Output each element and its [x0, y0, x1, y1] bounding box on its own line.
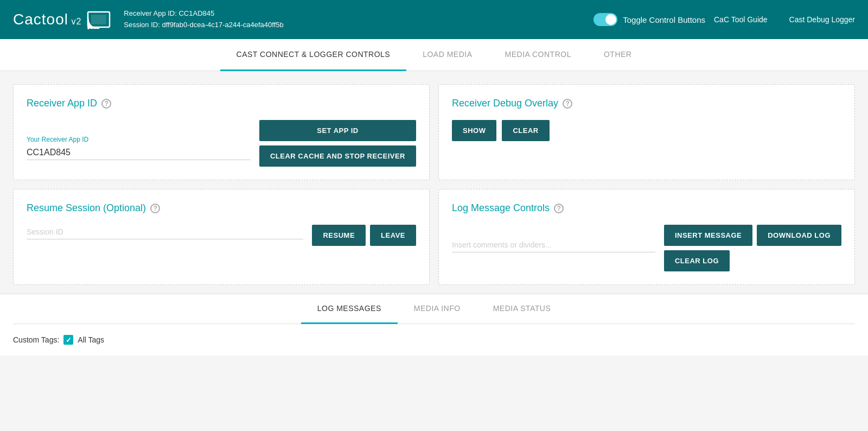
session-id-info: Session ID: dff9fab0-dcea-4c17-a244-ca4e… — [124, 20, 576, 31]
tab-cast-connect[interactable]: CAST CONNECT & LOGGER CONTROLS — [220, 39, 407, 71]
app-logo: Cactool v2 — [13, 10, 111, 29]
log-navigation: LOG MESSAGES MEDIA INFO MEDIA STATUS — [13, 294, 855, 324]
logo-version: v2 — [68, 17, 81, 26]
receiver-app-id-buttons: SET APP ID CLEAR CACHE AND STOP RECEIVER — [259, 120, 416, 167]
toggle-section[interactable]: Toggle Control Buttons — [593, 13, 705, 26]
receiver-app-id-input[interactable] — [27, 145, 251, 160]
log-section: LOG MESSAGES MEDIA INFO MEDIA STATUS Cus… — [0, 294, 868, 356]
download-log-button[interactable]: DOWNLOAD LOG — [757, 225, 841, 246]
resume-session-buttons: RESUME LEAVE — [312, 225, 416, 246]
clear-overlay-button[interactable]: CLEAR — [502, 120, 549, 141]
cast-icon — [87, 10, 111, 29]
resume-button[interactable]: RESUME — [312, 225, 366, 246]
receiver-app-id-input-label: Your Receiver App ID — [27, 136, 251, 143]
show-overlay-button[interactable]: SHOW — [452, 120, 496, 141]
log-controls-body: INSERT MESSAGE DOWNLOAD LOG CLEAR LOG — [452, 225, 841, 271]
custom-tags-label: Custom Tags: — [13, 335, 59, 344]
clear-cache-button[interactable]: CLEAR CACHE AND STOP RECEIVER — [259, 145, 416, 167]
log-message-controls-card: Log Message Controls ? INSERT MESSAGE DO… — [438, 189, 855, 285]
receiver-debug-help-icon[interactable]: ? — [563, 99, 572, 109]
overlay-buttons: SHOW CLEAR — [452, 120, 841, 141]
logo-name: Cactool v2 — [13, 11, 81, 28]
tab-media-control[interactable]: MEDIA CONTROL — [489, 39, 588, 71]
tab-load-media[interactable]: LOAD MEDIA — [406, 39, 488, 71]
custom-tags-section: Custom Tags: All Tags — [13, 335, 855, 345]
tab-other[interactable]: OTHER — [588, 39, 648, 71]
receiver-app-id-card: Receiver App ID ? Your Receiver App ID S… — [13, 84, 430, 180]
resume-session-body: RESUME LEAVE — [27, 225, 416, 246]
app-header: Cactool v2 Receiver App ID: CC1AD845 Ses… — [0, 0, 868, 39]
cast-debug-logger-link[interactable]: Cast Debug Logger — [789, 15, 855, 24]
all-tags-label: All Tags — [78, 335, 104, 344]
receiver-app-id-title: Receiver App ID ? — [27, 98, 416, 109]
receiver-app-id-input-area: Your Receiver App ID — [27, 136, 251, 167]
cac-tool-guide-link[interactable]: CaC Tool Guide — [714, 15, 768, 24]
tab-media-info[interactable]: MEDIA INFO — [398, 294, 477, 324]
receiver-debug-title: Receiver Debug Overlay ? — [452, 98, 841, 109]
toggle-label: Toggle Control Buttons — [623, 15, 705, 24]
leave-button[interactable]: LEAVE — [370, 225, 416, 246]
card-grid: Receiver App ID ? Your Receiver App ID S… — [13, 84, 855, 285]
header-links: CaC Tool Guide Cast Debug Logger — [714, 15, 855, 24]
log-message-controls-help-icon[interactable]: ? — [554, 204, 564, 213]
tab-media-status[interactable]: MEDIA STATUS — [477, 294, 567, 324]
session-id-input[interactable] — [27, 225, 303, 239]
resume-session-card: Resume Session (Optional) ? RESUME LEAVE — [13, 189, 430, 285]
header-session-info: Receiver App ID: CC1AD845 Session ID: df… — [124, 8, 576, 31]
svg-point-2 — [87, 27, 90, 29]
receiver-app-id-help-icon[interactable]: ? — [101, 99, 111, 109]
log-message-input[interactable] — [452, 238, 655, 252]
set-app-id-button[interactable]: SET APP ID — [259, 120, 416, 141]
toggle-control-buttons[interactable] — [593, 13, 617, 26]
resume-session-title: Resume Session (Optional) ? — [27, 202, 416, 214]
svg-rect-1 — [91, 15, 106, 24]
tab-log-messages[interactable]: LOG MESSAGES — [301, 294, 398, 324]
clear-log-button[interactable]: CLEAR LOG — [664, 250, 730, 271]
receiver-debug-overlay-card: Receiver Debug Overlay ? SHOW CLEAR — [438, 84, 855, 180]
log-content: Custom Tags: All Tags — [13, 324, 855, 356]
receiver-app-id-body: Your Receiver App ID SET APP ID CLEAR CA… — [27, 120, 416, 167]
log-input-area — [452, 238, 655, 259]
resume-session-help-icon[interactable]: ? — [150, 204, 160, 213]
log-top-buttons: INSERT MESSAGE DOWNLOAD LOG — [664, 225, 841, 246]
main-navigation: CAST CONNECT & LOGGER CONTROLS LOAD MEDI… — [0, 39, 868, 71]
all-tags-checkbox[interactable] — [63, 335, 73, 345]
receiver-app-id-info: Receiver App ID: CC1AD845 — [124, 8, 576, 20]
insert-message-button[interactable]: INSERT MESSAGE — [664, 225, 752, 246]
log-message-controls-title: Log Message Controls ? — [452, 202, 841, 214]
main-content: Receiver App ID ? Your Receiver App ID S… — [0, 71, 868, 369]
resume-session-input-area — [27, 225, 303, 246]
log-control-buttons: INSERT MESSAGE DOWNLOAD LOG CLEAR LOG — [664, 225, 841, 271]
